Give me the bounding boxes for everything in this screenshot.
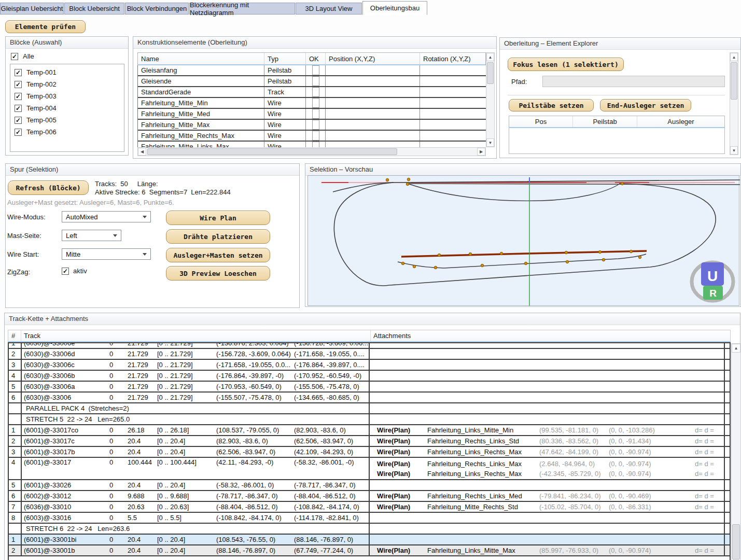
explorer-table-body[interactable] bbox=[509, 128, 725, 154]
focus-read-button[interactable]: Fokus lesen (1 selektiert) bbox=[508, 58, 624, 71]
track-table-body[interactable]: 1(6030)@-33006e021.729[0 .. 21.729](-136… bbox=[8, 342, 731, 560]
block-checkbox[interactable]: ✓ bbox=[15, 105, 22, 112]
tab-3d-layout-view[interactable]: 3D Layout View bbox=[296, 3, 362, 15]
construction-hscrollbar[interactable]: ◀ ▶ bbox=[137, 147, 486, 156]
zigzag-row[interactable]: ✓ aktiv bbox=[62, 267, 87, 275]
ok-checkbox[interactable]: ✓ bbox=[312, 87, 319, 97]
scroll-up-icon[interactable]: ▲ bbox=[730, 53, 738, 61]
table-row[interactable]: 5(6001)@-33026020.4[0 .. 20.4](-58.32, -… bbox=[9, 480, 730, 491]
ausleger-masten-setzen-button[interactable]: Ausleger+Masten setzen bbox=[166, 248, 270, 262]
scroll-left-icon[interactable]: ◀ bbox=[138, 148, 146, 156]
group-row[interactable]: STRETCH 6 22 -> 24 Len=263.6 bbox=[9, 524, 730, 535]
wire-start-select[interactable]: Mitte bbox=[62, 248, 151, 260]
ok-checkbox[interactable]: ✓ bbox=[312, 65, 319, 75]
scroll-up-icon[interactable]: ▲ bbox=[732, 344, 740, 353]
construction-row[interactable]: Fahrleitung_Mitte_MinWire✓ bbox=[138, 98, 486, 109]
refresh-blocks-button[interactable]: Refresh (Blöcke) bbox=[8, 180, 89, 195]
tab-oberleitungsbau[interactable]: Oberleitungsbau bbox=[362, 1, 427, 15]
row-number: 1 bbox=[11, 425, 15, 435]
scroll-thumb[interactable] bbox=[487, 62, 494, 84]
ok-checkbox[interactable]: ✓ bbox=[312, 142, 319, 147]
block-list-item[interactable]: ✓Temp-001 bbox=[10, 66, 124, 78]
table-row[interactable]: 2(6030)@-33006d021.729[0 .. 21.729](-156… bbox=[9, 349, 730, 360]
set-endausleger-button[interactable]: End-Ausleger setzen bbox=[600, 99, 691, 111]
table-row[interactable]: 2(6001)@-33001b020.4[0 .. 20.4](88.146, … bbox=[9, 545, 730, 556]
construction-row[interactable]: StandardGeradeTrack✓ bbox=[138, 87, 486, 98]
group-row[interactable]: STRETCH 5 22 -> 24 Len=265.0 bbox=[9, 414, 730, 425]
track-zero: 0 bbox=[109, 425, 113, 435]
table-row[interactable]: 5(6030)@-33006a021.729[0 .. 21.729](-170… bbox=[9, 382, 730, 393]
construction-row[interactable]: Fahrleitung_Mitte_Links_MaxWire✓ bbox=[138, 142, 486, 147]
all-blocks-row[interactable]: ✓ Alle bbox=[11, 52, 34, 60]
scroll-down-icon[interactable]: ▼ bbox=[730, 146, 738, 155]
block-list-item[interactable]: ✓Temp-004 bbox=[10, 102, 124, 114]
blocks-list[interactable]: ✓Temp-001✓Temp-002✓Temp-003✓Temp-004✓Tem… bbox=[10, 64, 124, 152]
scroll-right-icon[interactable]: ▶ bbox=[477, 148, 485, 156]
table-row[interactable]: 6(6002)@-3301209.688[0 .. 9.688](-78.717… bbox=[9, 491, 730, 502]
block-checkbox[interactable]: ✓ bbox=[15, 93, 22, 100]
wire-plan-button[interactable]: Wire Plan bbox=[166, 211, 270, 225]
draehte-platzieren-button[interactable]: Drähte platzieren bbox=[166, 229, 270, 244]
scroll-thumb[interactable] bbox=[732, 524, 740, 559]
all-blocks-checkbox[interactable]: ✓ bbox=[11, 53, 18, 60]
block-checkbox[interactable]: ✓ bbox=[15, 81, 22, 88]
construction-row[interactable]: GleisendePeilstab✓ bbox=[138, 76, 486, 87]
scroll-thumb[interactable] bbox=[147, 148, 397, 155]
track-range: [0 .. 21.729] bbox=[157, 349, 193, 359]
zigzag-checkbox[interactable]: ✓ bbox=[62, 268, 69, 275]
table-row[interactable]: 3(6030)@-33006c021.729[0 .. 21.729](-171… bbox=[9, 360, 730, 371]
table-row[interactable]: 1(6001)@-33001bi020.4[0 .. 20.4](108.543… bbox=[9, 535, 730, 545]
table-row[interactable]: 6(6030)@-33006021.729[0 .. 21.729](-155.… bbox=[9, 393, 730, 403]
table-row[interactable]: 1(6001)@-33017co026.18[0 .. 26.18](108.5… bbox=[9, 425, 730, 436]
construction-row[interactable]: GleisanfangPeilstab✓ bbox=[138, 65, 486, 76]
construction-table-body[interactable]: GleisanfangPeilstab✓GleisendePeilstab✓St… bbox=[137, 65, 487, 147]
ok-checkbox[interactable]: ✓ bbox=[312, 98, 319, 108]
scroll-up-icon[interactable]: ▲ bbox=[486, 53, 494, 61]
ok-checkbox[interactable]: ✓ bbox=[312, 120, 319, 130]
pfad-input[interactable] bbox=[542, 76, 725, 87]
tab-blockerkennung[interactable]: Blockerkennung mit Netzdiagramm bbox=[189, 3, 295, 15]
block-list-item[interactable]: ✓Temp-002 bbox=[10, 78, 124, 90]
group-row[interactable]: PARALLEL PACK 4 (Stretches=2) bbox=[9, 403, 730, 414]
tab-block-verbindungen[interactable]: Block Verbindungen bbox=[125, 3, 189, 15]
block-list-item[interactable]: ✓Temp-003 bbox=[10, 90, 124, 102]
table-row[interactable]: 2(6001)@-33017c020.4[0 .. 20.4](82.903, … bbox=[9, 436, 730, 447]
column-divider bbox=[21, 524, 22, 534]
scroll-down-icon[interactable]: ▼ bbox=[486, 138, 494, 147]
track-table-vscrollbar[interactable]: ▲ bbox=[731, 343, 741, 560]
scroll-thumb[interactable] bbox=[731, 62, 737, 100]
element-ok-cell: ✓ bbox=[306, 65, 326, 75]
group-label: STRETCH 5 22 -> 24 Len=265.0 bbox=[26, 414, 130, 424]
row-number: 4 bbox=[11, 371, 15, 381]
ok-checkbox[interactable]: ✓ bbox=[312, 76, 319, 86]
construction-panel-title: Konstruktionselemente (Oberleitung) bbox=[133, 37, 496, 49]
ok-checkbox[interactable]: ✓ bbox=[312, 131, 319, 141]
table-row[interactable]: 4(6030)@-33006b021.729[0 .. 21.729](-176… bbox=[9, 371, 730, 382]
preview-loeschen-button[interactable]: 3D Preview Loeschen bbox=[166, 266, 270, 281]
attachments-cell bbox=[370, 393, 727, 402]
table-row[interactable]: 8(6003)@-3301605.5[0 .. 5.5](-108.842, -… bbox=[9, 513, 730, 524]
ok-checkbox[interactable]: ✓ bbox=[312, 109, 319, 119]
check-elements-button[interactable]: Elemente prüfen bbox=[5, 20, 86, 33]
table-row[interactable]: 7(6036)@-33010020.63[0 .. 20.63](-88.404… bbox=[9, 502, 730, 513]
table-row[interactable]: 1(6030)@-33006e021.729[0 .. 21.729](-136… bbox=[9, 343, 730, 349]
construction-row[interactable]: Fahrleitung_Mitte_Rechts_MaxWire✓ bbox=[138, 131, 486, 142]
tab-gleisplan-uebersicht[interactable]: Gleisplan Uebersicht bbox=[0, 3, 64, 15]
block-checkbox[interactable]: ✓ bbox=[15, 69, 22, 76]
wire-modus-select[interactable]: AutoMixed bbox=[62, 211, 151, 222]
tab-block-uebersicht[interactable]: Block Uebersicht bbox=[64, 3, 124, 15]
table-row[interactable]: 3(6001)@-33017b020.4[0 .. 20.4](62.506, … bbox=[9, 447, 730, 458]
track-id: (6002)@-33012 bbox=[24, 491, 71, 501]
set-peilstaebe-button[interactable]: Peilstäbe setzen bbox=[509, 99, 594, 111]
construction-row[interactable]: Fahrleitung_Mitte_MedWire✓ bbox=[138, 109, 486, 120]
table-row[interactable]: 4(6001)@-330170100.444[0 .. 100.444](42.… bbox=[9, 458, 730, 480]
block-list-item[interactable]: ✓Temp-005 bbox=[10, 114, 124, 126]
explorer-vscrollbar[interactable]: ▲ ▼ bbox=[730, 52, 738, 155]
block-list-item[interactable]: ✓Temp-006 bbox=[10, 126, 124, 138]
mast-seite-select[interactable]: Left bbox=[62, 230, 121, 241]
preview-canvas[interactable]: U R bbox=[307, 175, 739, 306]
construction-row[interactable]: Fahrleitung_Mitte_MaxWire✓ bbox=[138, 120, 486, 131]
block-checkbox[interactable]: ✓ bbox=[15, 129, 22, 136]
block-checkbox[interactable]: ✓ bbox=[15, 117, 22, 124]
construction-vscrollbar[interactable]: ▲ ▼ bbox=[486, 52, 495, 147]
